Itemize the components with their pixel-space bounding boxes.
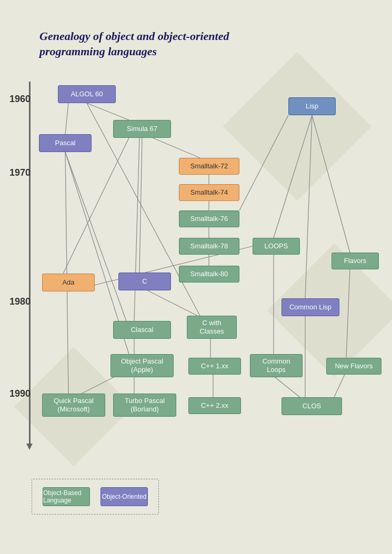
svg-line-5 (139, 138, 142, 273)
node-ada: Ada (42, 274, 95, 291)
node-clos: CLOS (282, 397, 342, 415)
legend-box-blue: Object-Oriented (100, 487, 148, 506)
legend-box-green: Object-Based Language (43, 487, 90, 506)
svg-line-1 (87, 103, 129, 120)
bg-decoration-1 (223, 52, 372, 201)
node-smalltalk80: Smalltalk-80 (179, 266, 239, 283)
legend-item-objectbased: Object-Based Language (43, 487, 90, 506)
node-newflavors: New Flavors (326, 358, 381, 375)
year-1990: 1990 (9, 388, 31, 399)
svg-line-4 (153, 138, 200, 158)
node-objectpascalapple: Object Pascal (Apple) (110, 354, 174, 377)
svg-line-2 (65, 103, 68, 134)
svg-line-23 (147, 290, 197, 316)
svg-line-6 (134, 138, 139, 321)
node-commonlisp: Common Lisp (282, 298, 339, 316)
node-cpp2xx: C++ 2.xx (188, 397, 241, 414)
year-1970: 1970 (9, 167, 31, 178)
node-pascal: Pascal (39, 134, 92, 152)
svg-line-21 (334, 375, 345, 397)
node-smalltalk74: Smalltalk-74 (179, 184, 239, 201)
node-c: C (118, 273, 171, 290)
node-cwithclasses: C with Classes (187, 316, 237, 339)
year-1960: 1960 (9, 94, 31, 105)
node-commonloops: Common Loops (250, 354, 303, 377)
node-flavors: Flavors (331, 253, 379, 269)
svg-line-30 (63, 138, 129, 274)
node-algol60: ALGOL 60 (58, 85, 116, 103)
legend-item-objectoriented: Object-Oriented (100, 487, 148, 506)
legend: Object-Based Language Object-Oriented (32, 479, 159, 515)
node-lisp: Lisp (288, 97, 336, 115)
node-clascal: Clascal (113, 321, 171, 339)
svg-line-7 (65, 152, 126, 321)
node-cpp1xx: C++ 1.xx (188, 358, 241, 375)
svg-line-22 (274, 376, 300, 397)
node-smalltalk78: Smalltalk-78 (179, 238, 239, 255)
page-container: Genealogy of object and object-oriented … (0, 0, 392, 554)
page-title: Genealogy of object and object-oriented … (39, 29, 271, 59)
node-smalltalk72: Smalltalk-72 (179, 158, 239, 175)
year-1980: 1980 (9, 296, 31, 307)
node-quickpascal: Quick Pascal (Microsoft) (42, 394, 105, 417)
node-simula67: Simula 67 (113, 120, 171, 138)
node-smalltalk76: Smalltalk-76 (179, 210, 239, 227)
node-loops: LOOPS (253, 238, 300, 255)
node-turbopascal: Turbo Pascal (Borland) (113, 394, 176, 417)
